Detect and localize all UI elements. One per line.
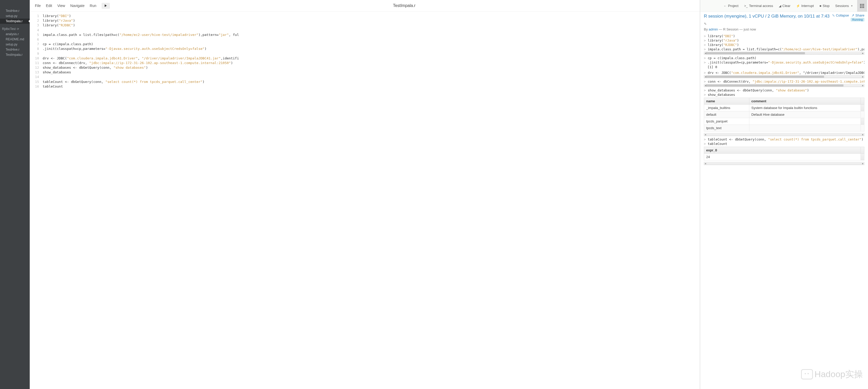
horizontal-scrollbar[interactable]: ◀▶ (704, 162, 864, 165)
session-pane: ←Project >_Terminal access ◢Clear ⚡Inter… (700, 0, 868, 389)
open-files-group: TestHive.rsetup.pyTestImpala.r (0, 8, 30, 24)
apps-grid-button[interactable] (857, 0, 867, 12)
project-header[interactable]: RjdbcTest ⟳ (0, 26, 30, 32)
collapse-icon: ⤡ (832, 13, 835, 17)
table-header: expr_0 (704, 147, 861, 154)
console-prompt-line: drv <- JDBC("com.cloudera.impala.jdbc41.… (704, 70, 864, 75)
run-button[interactable] (101, 3, 110, 9)
table-cell: tpcds_text (704, 125, 749, 131)
table-row: tpcds_text (704, 125, 864, 131)
table-cell: default (704, 111, 749, 118)
table-row: _impala_builtinsSystem database for Impa… (704, 105, 864, 111)
project-files-group: analysis.rREADME.mdsetup.pyTestHive.rTes… (0, 32, 30, 57)
table-cell (749, 125, 861, 131)
status-badge: Running (851, 18, 864, 22)
stop-button[interactable]: ■Stop (817, 2, 832, 9)
collapse-link[interactable]: ⤡Collapse (832, 13, 849, 17)
session-links: ⤡Collapse ↗Share Running (832, 13, 864, 22)
table-cell: System database for Impala builtin funct… (749, 105, 861, 111)
edit-icon[interactable]: ✎ (704, 22, 864, 26)
share-icon: ↗ (851, 13, 854, 17)
result-table: namecomment_impala_builtinsSystem databa… (704, 98, 864, 131)
table-row: tpcds_parquet (704, 118, 864, 125)
console-prompt-line: library("RJDBC") (704, 43, 864, 47)
console-prompt-line: tableCount <- dbGetQuery(conn, "select c… (704, 137, 864, 141)
table-cell: Default Hive database (749, 111, 861, 118)
refresh-icon[interactable]: ⟳ (17, 27, 19, 31)
table-row: 24 (704, 154, 864, 160)
sessions-dropdown[interactable]: Sessions▼ (833, 2, 856, 9)
horizontal-scrollbar[interactable]: ◀▶ (704, 52, 864, 55)
line-gutter: 12345678910111213141516 (30, 14, 43, 389)
console-prompt-line: conn <- dbConnect(drv, "jdbc:impala://ip… (704, 79, 864, 84)
table-header: name (704, 98, 749, 105)
open-file-item[interactable]: TestHive.r (0, 8, 30, 13)
project-file-item[interactable]: TestImpala.r (0, 52, 30, 57)
session-header: R session (myengine), 1 vCPU / 2 GiB Mem… (704, 13, 864, 22)
top-action-bar: ←Project >_Terminal access ◢Clear ⚡Inter… (700, 0, 868, 12)
user-link[interactable]: admin (709, 27, 718, 31)
editor-filename: TestImpala.r (112, 3, 697, 8)
result-table: expr_024 (704, 147, 864, 160)
horizontal-scrollbar[interactable]: ◀▶ (704, 84, 864, 87)
console-prompt-line: library("rJava") (704, 38, 864, 43)
console-prompt-line: .jinit(classpath=cp,parameters="-Djavax.… (704, 60, 864, 65)
console-prompt-line: cp = c(impala.class.path) (704, 56, 864, 60)
code-editor[interactable]: 12345678910111213141516 library("DBI")li… (30, 12, 700, 389)
play-icon (105, 4, 107, 7)
project-name: RjdbcTest (2, 27, 16, 31)
app-root: TestHive.rsetup.pyTestImpala.r RjdbcTest… (0, 0, 868, 389)
terminal-button[interactable]: >_Terminal access (742, 2, 776, 9)
menu-edit[interactable]: Edit (43, 2, 55, 9)
chevron-down-icon: ▼ (851, 5, 853, 7)
eraser-icon: ◢ (779, 4, 781, 8)
chat-bubble-icon (801, 369, 813, 380)
horizontal-scrollbar[interactable]: ◀▶ (704, 75, 864, 78)
console-prompt-line: tableCount (704, 141, 864, 146)
table-cell: 24 (704, 154, 861, 160)
open-file-item[interactable]: setup.py (0, 13, 30, 19)
vertical-scrollbar[interactable] (861, 147, 864, 154)
clear-button[interactable]: ◢Clear (776, 2, 793, 9)
table-cell: tpcds_parquet (704, 118, 749, 125)
project-button[interactable]: ←Project (721, 2, 741, 9)
editor-toolbar: FileEditViewNavigateRun TestImpala.r (30, 0, 700, 12)
console-prompt-line: show_databases (704, 93, 864, 97)
console-prompt-line: impala.class.path = list.files(path=c("/… (704, 47, 864, 52)
interrupt-button[interactable]: ⚡Interrupt (794, 2, 816, 9)
menu-file[interactable]: File (32, 2, 43, 9)
stop-icon: ■ (819, 4, 821, 8)
open-file-item[interactable]: TestImpala.r (0, 19, 30, 24)
vertical-scrollbar[interactable] (861, 98, 864, 105)
table-cell (749, 118, 861, 125)
code-lines[interactable]: library("DBI")library("rJava")library("R… (43, 14, 700, 389)
project-file-item[interactable]: TestHive.r (0, 47, 30, 52)
table-cell: _impala_builtins (704, 105, 749, 111)
menu-view[interactable]: View (55, 2, 68, 9)
project-file-item[interactable]: README.md (0, 37, 30, 42)
terminal-icon: >_ (744, 4, 748, 8)
file-sidebar: TestHive.rsetup.pyTestImpala.r RjdbcTest… (0, 0, 30, 389)
menu-run[interactable]: Run (87, 2, 99, 9)
table-header: comment (749, 98, 861, 105)
share-link[interactable]: ↗Share (851, 13, 864, 17)
project-file-item[interactable]: analysis.r (0, 32, 30, 37)
arrow-left-icon: ← (723, 4, 726, 8)
console-prompt-line: show_databases <- dbGetQuery(conn, "show… (704, 88, 864, 93)
bolt-icon: ⚡ (796, 4, 800, 8)
session-body: R session (myengine), 1 vCPU / 2 GiB Mem… (700, 12, 868, 389)
horizontal-scrollbar[interactable]: ◀▶ (704, 133, 864, 136)
session-title: R session (myengine), 1 vCPU / 2 GiB Mem… (704, 13, 830, 20)
session-byline: By admin — R Session — just now (704, 27, 864, 31)
project-file-item[interactable]: setup.py (0, 42, 30, 47)
table-row: defaultDefault Hive database (704, 111, 864, 118)
grid-icon (860, 4, 864, 8)
menu-navigate[interactable]: Navigate (68, 2, 87, 9)
watermark: Hadoop实操 (801, 368, 863, 380)
console-output-line: [1] 0 (704, 65, 864, 70)
editor-pane: FileEditViewNavigateRun TestImpala.r 123… (30, 0, 700, 389)
main-area: FileEditViewNavigateRun TestImpala.r 123… (30, 0, 868, 389)
console-prompt-line: library("DBI") (704, 34, 864, 38)
console-output: library("DBI")library("rJava")library("R… (704, 34, 864, 165)
